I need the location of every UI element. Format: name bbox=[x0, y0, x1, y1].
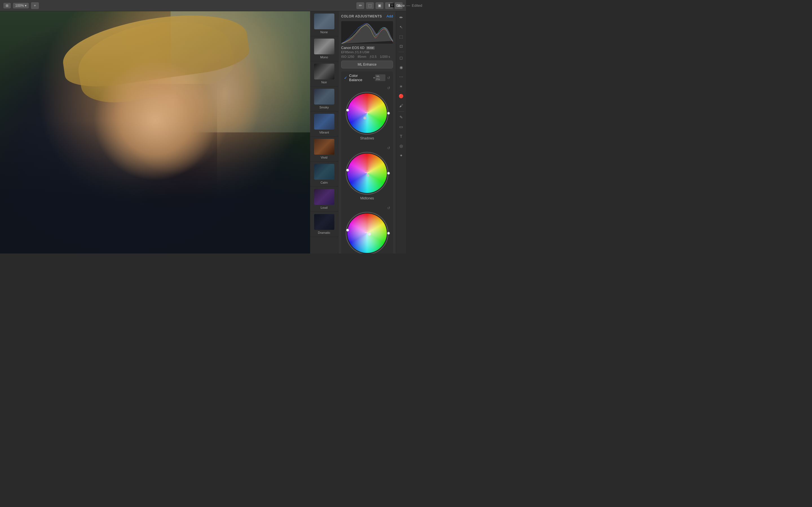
filter-item-none[interactable]: None bbox=[310, 11, 338, 36]
color-balance-header: ✓ Color Balance ▾ ML Fix ↺ bbox=[341, 71, 393, 84]
filter-label-loud: Loud bbox=[320, 206, 327, 209]
midtones-controls: ↺ bbox=[344, 146, 390, 150]
filter-preview-calm bbox=[314, 164, 335, 180]
shadows-position-dot[interactable] bbox=[363, 117, 366, 119]
shadows-controls: ↺ bbox=[344, 86, 390, 90]
filter-preview-dramatic bbox=[314, 214, 335, 230]
pen-tool-button[interactable]: ✏ bbox=[356, 2, 364, 9]
sparkle-icon: ✦ bbox=[400, 153, 403, 158]
crop-icon: ⬚ bbox=[368, 3, 371, 8]
dots-icon: ⋯ bbox=[399, 75, 403, 79]
adjustments-panel: COLOR ADJUSTMENTS Add C bbox=[338, 11, 396, 253]
ml-fix-badge: ML Fix bbox=[375, 74, 386, 81]
midtones-label: Midtones bbox=[360, 196, 374, 200]
filter-thumb-dramatic bbox=[314, 214, 335, 230]
photo-canvas bbox=[0, 11, 310, 253]
iso-value: ISO 1250 bbox=[341, 55, 354, 58]
filter-preview-smoky bbox=[314, 89, 335, 105]
shadows-wheel-wrapper bbox=[347, 94, 387, 135]
filter-icon: ⊡ bbox=[400, 44, 403, 48]
filter-tool-button[interactable]: ⊡ bbox=[397, 42, 405, 50]
right-panel-area: None Mono Noir bbox=[310, 11, 406, 253]
shadows-reset-button[interactable]: ↺ bbox=[387, 86, 390, 90]
highlights-wheel-container bbox=[344, 211, 390, 253]
midtones-color-wheel[interactable] bbox=[347, 154, 387, 193]
highlights-position-dot[interactable] bbox=[368, 232, 371, 236]
shadows-wheel-container: Shadows bbox=[344, 91, 390, 143]
brush-tool-button[interactable]: 🖌 bbox=[397, 102, 405, 110]
frame-tool-button[interactable]: ▣ bbox=[375, 2, 384, 9]
filter-item-noir[interactable]: Noir bbox=[310, 61, 338, 87]
zoom-button[interactable]: 100% ▾ bbox=[13, 3, 29, 8]
pen-tool-sidebar-button[interactable]: ✏ bbox=[397, 13, 405, 21]
color-balance-section: ✓ Color Balance ▾ ML Fix ↺ ↺ bbox=[341, 71, 393, 253]
sun-tool-button[interactable]: ☀ bbox=[397, 82, 405, 91]
histogram-svg bbox=[341, 21, 393, 44]
histogram bbox=[341, 21, 393, 44]
highlights-color-wheel[interactable] bbox=[347, 214, 387, 253]
filter-preview-vibrant bbox=[314, 114, 335, 129]
filter-thumb-vibrant bbox=[314, 114, 335, 129]
filter-item-mono[interactable]: Mono bbox=[310, 36, 338, 61]
color-balance-left: ✓ Color Balance ▾ bbox=[344, 73, 375, 82]
text-icon: T bbox=[400, 134, 402, 138]
lens-info: EF85mm ƒ/1.8 USM bbox=[341, 50, 393, 54]
sparkle-tool-button[interactable]: ✦ bbox=[397, 152, 405, 159]
dotted-rect-icon: ⬚ bbox=[399, 34, 403, 39]
photo-image bbox=[0, 11, 310, 253]
midtones-right-handle[interactable] bbox=[387, 172, 390, 175]
camera-model-name: Canon EOS 6D bbox=[341, 46, 364, 50]
midtones-reset-button[interactable]: ↺ bbox=[387, 146, 390, 150]
shadows-color-wheel[interactable] bbox=[347, 94, 387, 133]
text-tool-button[interactable]: T bbox=[397, 132, 405, 140]
filter-label-mono: Mono bbox=[320, 55, 328, 59]
zoom-in-button[interactable]: + bbox=[31, 2, 39, 9]
filter-item-vivid[interactable]: Vivid bbox=[310, 136, 338, 162]
photo-area bbox=[0, 11, 310, 253]
highlights-right-handle[interactable] bbox=[387, 232, 390, 235]
shadows-label: Shadows bbox=[360, 136, 374, 140]
raw-badge: RAW bbox=[366, 46, 375, 50]
filter-preview-noir bbox=[314, 64, 335, 79]
shadows-left-handle[interactable] bbox=[346, 109, 349, 112]
color-balance-right: ML Fix ↺ bbox=[375, 74, 390, 81]
ml-enhance-button[interactable]: ML Enhance bbox=[341, 61, 393, 68]
pen-sidebar-icon: ✏ bbox=[400, 15, 403, 20]
color-balance-name: Color Balance bbox=[349, 73, 371, 82]
pencil-icon: ✎ bbox=[400, 115, 403, 119]
filter-item-smoky[interactable]: Smoky bbox=[310, 87, 338, 112]
target-tool-button[interactable]: ◎ bbox=[397, 142, 405, 150]
cursor-tool-button[interactable]: ↖ bbox=[397, 23, 405, 31]
highlights-reset-button[interactable]: ↺ bbox=[387, 206, 390, 210]
highlights-wheel-wrapper bbox=[347, 214, 387, 253]
pencil-tool-button[interactable]: ✎ bbox=[397, 113, 405, 121]
color-balance-reset-button[interactable]: ↺ bbox=[387, 76, 390, 80]
titlebar: ⊞ 100% ▾ + 🖼 Gaze — Edited ✏ ⬚ ▣ ⬆ ⊞ bbox=[0, 0, 406, 11]
selection-tool-button[interactable]: ⬚ bbox=[397, 33, 405, 41]
shadows-center-cross[interactable] bbox=[364, 110, 370, 117]
adj-panel-title: COLOR ADJUSTMENTS bbox=[341, 14, 382, 18]
filter-label-calm: Calm bbox=[320, 181, 328, 184]
color-ball-tool-button[interactable]: 🔴 bbox=[397, 92, 405, 100]
view-toggle-button[interactable]: ⊞ bbox=[3, 3, 11, 8]
filter-item-dramatic[interactable]: Dramatic bbox=[310, 212, 338, 237]
midtones-position-dot[interactable] bbox=[366, 174, 369, 177]
rect-tool-button[interactable]: ▭ bbox=[397, 123, 405, 131]
zoom-label: 100% bbox=[15, 4, 24, 8]
dots-tool-button[interactable]: ⋯ bbox=[397, 73, 405, 81]
filter-thumb-loud bbox=[314, 189, 335, 205]
filter-label-vibrant: Vibrant bbox=[319, 131, 329, 134]
shadows-outer-handle[interactable] bbox=[387, 112, 390, 115]
filter-item-vibrant[interactable]: Vibrant bbox=[310, 112, 338, 136]
crop-tool-button[interactable]: ⬚ bbox=[366, 2, 374, 9]
filter-item-loud[interactable]: Loud bbox=[310, 187, 338, 212]
highlights-left-handle[interactable] bbox=[346, 229, 349, 231]
eraser-tool-button[interactable]: ◻ bbox=[397, 54, 405, 62]
brush-icon: 🖌 bbox=[399, 103, 403, 108]
midtones-left-handle[interactable] bbox=[346, 169, 349, 172]
midtones-section: ↺ bbox=[341, 144, 393, 204]
color-ball-icon: 🔴 bbox=[399, 94, 403, 98]
filter-item-calm[interactable]: Calm bbox=[310, 162, 338, 187]
add-adjustment-button[interactable]: Add bbox=[387, 14, 393, 18]
circle-tool-button[interactable]: ◉ bbox=[397, 63, 405, 71]
